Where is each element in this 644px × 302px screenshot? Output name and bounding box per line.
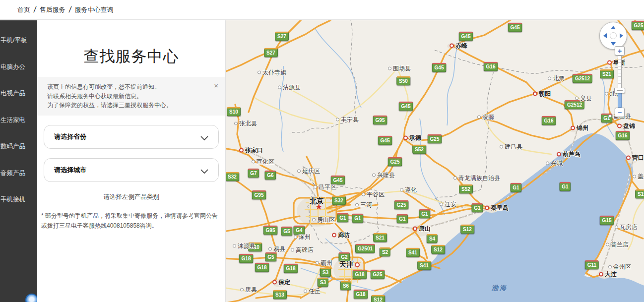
zoom-out-button[interactable]: −	[615, 108, 625, 117]
sidebar-item-phone-pickup[interactable]: 手机接机	[0, 186, 37, 213]
province-select-value: 请选择省份	[54, 132, 86, 141]
sidebar-item-tv[interactable]: 电视产品	[0, 80, 37, 107]
city-select[interactable]: 请选择城市	[44, 158, 219, 182]
pan-left-icon[interactable]	[603, 33, 607, 38]
breadcrumb: 首页 / 售后服务 / 服务中心查询	[0, 0, 644, 20]
pan-right-icon[interactable]	[620, 33, 623, 38]
breadcrumb-home-link[interactable]: 首页	[17, 5, 30, 14]
sidebar-item-mobile[interactable]: 手机/平板	[0, 27, 37, 54]
sidebar-item-home-appliance[interactable]: 生活家电	[0, 107, 37, 134]
map-basemap	[226, 20, 644, 302]
breadcrumb-current: 服务中心查询	[74, 5, 113, 14]
close-icon[interactable]: ×	[214, 82, 218, 89]
zoom-slider-fill	[618, 92, 622, 108]
category-sidebar: 手机/平板 电脑办公 电视产品 生活家电 数码产品 音频产品 手机接机	[0, 20, 37, 302]
search-panel: 查找服务中心 该页上的信息有可能改变，恕不提前通知。 请联系相关服务中心获取最新…	[37, 20, 226, 302]
notice-line: 该页上的信息有可能改变，恕不提前通知。	[47, 82, 208, 92]
map-pan-control[interactable]	[599, 22, 627, 50]
pan-down-icon[interactable]	[611, 42, 616, 46]
service-center-page: 首页 / 售后服务 / 服务中心查询 手机/平板 电脑办公 电视产品 生活家电 …	[0, 0, 644, 302]
page-title: 查找服务中心	[37, 46, 225, 67]
city-select-value: 请选择城市	[54, 166, 86, 175]
pan-center	[610, 32, 617, 39]
repair-footnote: * 部分型号的手机产品，将采取集中寄修服务，详情请参考官网公告或拨打三星电子客服…	[41, 211, 221, 231]
breadcrumb-separator: /	[33, 5, 37, 15]
chevron-down-icon	[200, 167, 208, 176]
pan-up-icon[interactable]	[611, 26, 616, 29]
sidebar-item-digital[interactable]: 数码产品	[0, 133, 37, 160]
chevron-down-icon	[200, 134, 208, 143]
notice-line: 请联系相关服务中心获取最新信息。	[47, 92, 208, 101]
map-canvas[interactable]: S27S27S10G45G45G45G25G16S50G2512S21G2512…	[226, 20, 644, 302]
sidebar-item-computing[interactable]: 电脑办公	[0, 54, 37, 81]
breadcrumb-aftersales-link[interactable]: 售后服务	[40, 5, 65, 14]
zoom-slider-handle[interactable]	[614, 88, 625, 93]
zoom-in-button[interactable]: +	[615, 46, 625, 56]
sidebar-item-audio[interactable]: 音频产品	[0, 160, 37, 187]
category-hint: 请选择左侧产品类别	[37, 193, 225, 201]
notice-line: 为了保障您的权益，请选择三星授权服务中心。	[47, 101, 208, 110]
breadcrumb-separator: /	[68, 5, 72, 15]
notice-box: 该页上的信息有可能改变，恕不提前通知。 请联系相关服务中心获取最新信息。 为了保…	[37, 77, 225, 116]
province-select[interactable]: 请选择省份	[44, 125, 219, 149]
